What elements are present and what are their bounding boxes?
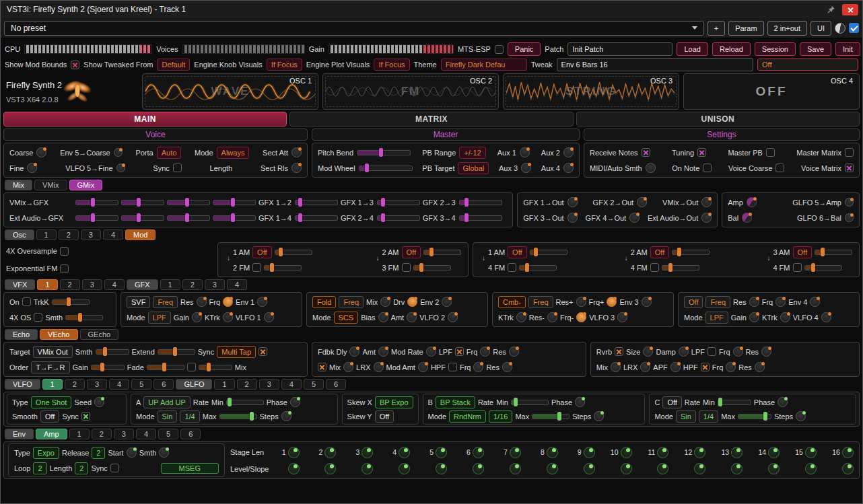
am-mode-select[interactable]: Off <box>252 246 271 258</box>
fade-slider[interactable] <box>147 365 184 370</box>
fine-knob[interactable] <box>27 163 37 173</box>
env3-mod-knob[interactable] <box>642 297 652 307</box>
res-minus-knob[interactable] <box>547 312 557 322</box>
gfx-out-knob[interactable] <box>637 197 647 207</box>
porta-sync-checkbox[interactable] <box>173 164 182 172</box>
mix-tab[interactable]: Mix <box>5 180 32 190</box>
stage-level-knob[interactable] <box>694 463 705 474</box>
fm-checkbox[interactable] <box>508 263 516 272</box>
echo-target-select[interactable]: VMix Out <box>33 346 73 358</box>
am-mode-select[interactable]: Off <box>793 246 812 258</box>
io-config-button[interactable]: 2 in+out <box>767 21 807 36</box>
stage-b-div-select[interactable]: 1/16 <box>489 410 512 423</box>
stage-level-knob[interactable] <box>805 463 817 474</box>
lfo-tab[interactable]: 5 <box>131 379 151 390</box>
stage-level-knob[interactable] <box>288 463 300 474</box>
stage-len-knob[interactable] <box>288 447 300 458</box>
lpf-res-knob[interactable] <box>509 347 519 357</box>
vmix-gfx-slider[interactable] <box>213 200 256 205</box>
tap-mode-select[interactable]: Multi Tap <box>217 346 256 358</box>
master-matrix-checkbox[interactable] <box>845 148 854 157</box>
vmix-gfx-slider[interactable] <box>75 200 118 205</box>
env-tab[interactable]: 3 <box>114 429 134 439</box>
stage-len-knob[interactable] <box>361 447 373 458</box>
echo-mix-slider[interactable] <box>199 365 232 370</box>
fade-sync-checkbox[interactable] <box>187 363 196 371</box>
release-select[interactable]: 2 <box>92 447 105 459</box>
ext-audio-gfx-slider[interactable] <box>213 215 256 221</box>
param-button[interactable]: Param <box>728 21 763 36</box>
vfx-tab[interactable]: 2 <box>60 279 80 290</box>
glfo6-bal-knob[interactable] <box>845 213 854 222</box>
stage-len-knob[interactable] <box>399 447 410 458</box>
bias-knob[interactable] <box>378 312 388 322</box>
patch-action-button[interactable]: Save <box>800 42 831 56</box>
stage-len-knob[interactable] <box>473 447 484 458</box>
main-tab[interactable]: UNISON <box>576 112 860 127</box>
env2-mod-knob[interactable] <box>442 297 452 307</box>
vlfo4-mod-knob[interactable] <box>821 312 831 322</box>
hpf-checkbox[interactable] <box>448 363 457 371</box>
amp-knob[interactable] <box>747 197 757 207</box>
osc-tab[interactable]: Osc <box>5 229 34 240</box>
steps-knob[interactable] <box>796 411 806 421</box>
steps-knob[interactable] <box>594 411 604 421</box>
vfx1-mode-select[interactable]: LPF <box>148 312 171 324</box>
gain-knob[interactable] <box>749 312 759 322</box>
lfo-tab[interactable]: 5 <box>304 379 324 390</box>
max-slider[interactable] <box>532 414 569 419</box>
res-knob[interactable] <box>749 297 759 307</box>
res-knob[interactable] <box>197 297 207 307</box>
main-tab[interactable]: MATRIX <box>289 112 573 127</box>
vfx3-target-select[interactable]: Freq <box>528 296 553 308</box>
coarse-knob[interactable] <box>36 147 46 157</box>
fdbk-mix-knob[interactable] <box>343 362 353 372</box>
lpf-frq-knob[interactable] <box>480 347 490 357</box>
gfx-route-slider[interactable] <box>377 215 420 221</box>
am-mode-select[interactable]: Off <box>508 246 526 258</box>
echo-gain-slider[interactable] <box>91 365 125 370</box>
osc-tab[interactable]: 1 <box>36 229 57 240</box>
env1-mod-knob[interactable] <box>257 297 267 307</box>
vlfo5-fine-knob[interactable] <box>116 164 125 172</box>
rvrb-hpf-checkbox[interactable] <box>701 363 710 371</box>
rvrb-lpf-checkbox[interactable] <box>707 347 716 356</box>
lfo-tab[interactable]: GLFO <box>176 379 212 390</box>
smooth-select[interactable]: Off <box>40 410 59 423</box>
am-slider[interactable] <box>672 250 710 255</box>
fm-slider[interactable] <box>662 265 699 271</box>
ext-audio-gfx-slider[interactable] <box>75 215 118 221</box>
mod-rate-knob[interactable] <box>426 347 436 357</box>
gfx-out-knob[interactable] <box>701 197 712 207</box>
env-tab[interactable]: Env <box>5 429 34 439</box>
ktrk-knob[interactable] <box>780 312 790 322</box>
fdbk-mix-checkbox[interactable] <box>318 363 326 371</box>
stage-level-knob[interactable] <box>547 463 558 474</box>
aux2-knob[interactable] <box>563 147 574 157</box>
rvrb-hpf-res-knob[interactable] <box>755 362 765 372</box>
start-knob[interactable] <box>127 447 137 458</box>
stage-level-knob[interactable] <box>510 463 521 474</box>
plot-visuals-select[interactable]: If Focus <box>374 59 409 71</box>
gfx-route-slider[interactable] <box>295 215 338 221</box>
max-slider[interactable] <box>738 414 771 419</box>
master-pb-checkbox[interactable] <box>766 148 775 157</box>
gfx-out-knob[interactable] <box>567 213 578 223</box>
stage-level-knob[interactable] <box>399 463 410 474</box>
stage-level-knob[interactable] <box>436 463 447 474</box>
gfx-route-slider[interactable] <box>459 215 502 221</box>
panic-button[interactable]: Panic <box>508 42 541 56</box>
frq-minus-knob[interactable] <box>576 312 586 322</box>
preset-select[interactable]: No preset <box>4 21 704 36</box>
rvrb-hpf-frq-knob[interactable] <box>726 362 736 372</box>
vfx-tab[interactable]: 4 <box>104 279 125 290</box>
stage-len-knob[interactable] <box>657 447 668 458</box>
mix-knob[interactable] <box>380 297 390 307</box>
am-slider[interactable] <box>423 250 461 255</box>
patch-action-button[interactable]: Load <box>677 42 707 56</box>
skew-y-select[interactable]: Off <box>375 410 394 423</box>
env-smth-knob[interactable] <box>159 447 169 458</box>
on-note-checkbox[interactable] <box>703 164 712 172</box>
vfx-tab[interactable]: 2 <box>182 279 203 290</box>
gfx-out-knob[interactable] <box>629 213 640 223</box>
